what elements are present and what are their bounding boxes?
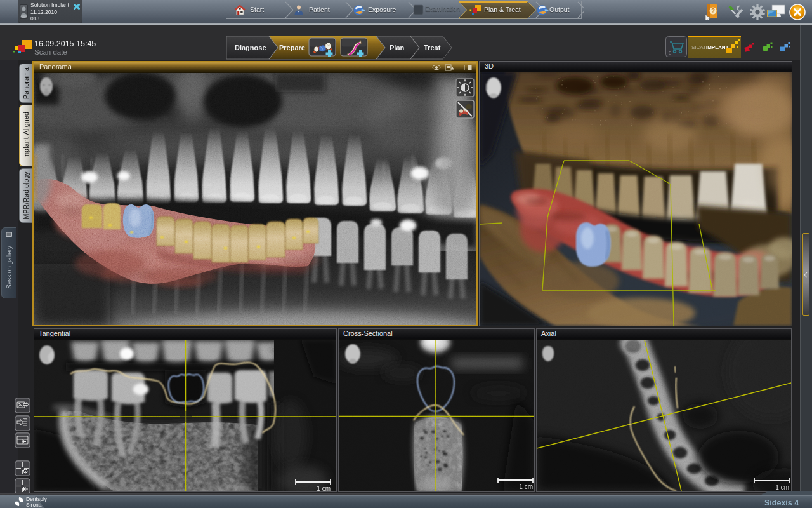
- svg-text:?: ?: [711, 8, 715, 15]
- svg-text:1 cm: 1 cm: [519, 483, 533, 490]
- svg-text:0: 0: [669, 50, 672, 56]
- svg-text:1 cm: 1 cm: [317, 485, 331, 491]
- svg-text:Diagnose: Diagnose: [235, 44, 266, 51]
- svg-text:Treat: Treat: [424, 44, 441, 51]
- svg-text:1 cm: 1 cm: [775, 484, 789, 491]
- svg-text:Prepare: Prepare: [279, 44, 305, 51]
- svg-text:Plan: Plan: [390, 44, 405, 51]
